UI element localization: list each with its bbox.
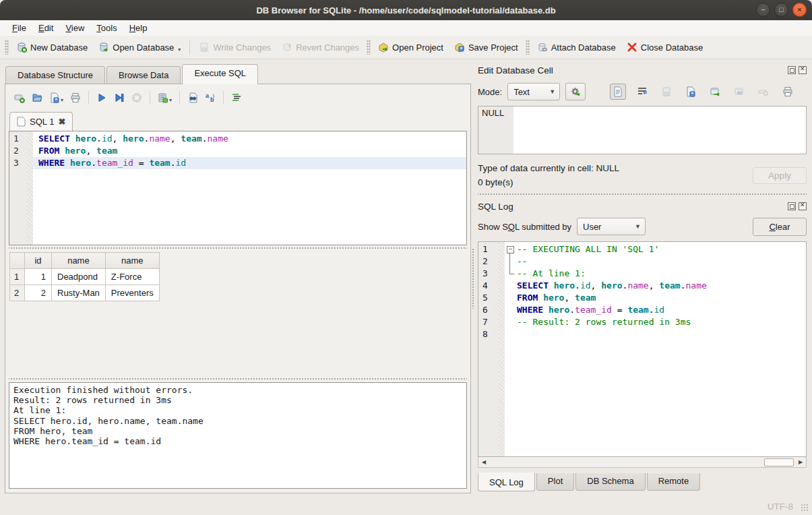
menu-view[interactable]: View <box>60 22 90 34</box>
toolbar-drag-handle[interactable] <box>526 40 530 55</box>
window-title: DB Browser for SQLite - /home/user/code/… <box>256 5 555 16</box>
chevron-down-icon: ▼ <box>635 223 641 230</box>
write-changes-button[interactable]: Write Changes <box>193 39 276 55</box>
cell-edit-area[interactable] <box>513 107 806 154</box>
table-row[interactable]: 1 1 Deadpond Z-Force <box>10 269 160 285</box>
tab-sql-log[interactable]: SQL Log <box>478 473 535 491</box>
set-null-icon <box>758 86 769 97</box>
scroll-right-icon[interactable]: ▶ <box>795 458 806 467</box>
close-database-button[interactable]: Close Database <box>621 39 709 55</box>
tab-browse-data[interactable]: Browse Data <box>106 66 181 84</box>
scrollbar-thumb[interactable] <box>764 458 794 466</box>
edit-cell-toolbar: Mode: Text ▼ <box>478 78 807 103</box>
text-mode-button[interactable] <box>610 84 626 100</box>
main-toolbar: New Database Open Database ▾ Write Chang… <box>0 36 812 59</box>
toolbar-drag-handle[interactable] <box>367 40 371 55</box>
copy-link-button[interactable] <box>731 84 747 100</box>
float-dock-icon[interactable] <box>788 202 796 210</box>
clear-log-button[interactable]: Clear <box>753 218 807 236</box>
tab-db-schema[interactable]: DB Schema <box>575 473 645 491</box>
tab-execute-sql[interactable]: Execute SQL <box>182 64 258 84</box>
apply-button[interactable]: Apply <box>753 167 807 184</box>
attach-database-button[interactable]: Attach Database <box>532 39 621 55</box>
resize-grip[interactable] <box>801 504 809 512</box>
menu-tools[interactable]: Tools <box>91 22 122 34</box>
dock-splitter[interactable] <box>478 189 807 199</box>
results-col-name2[interactable]: name <box>105 253 159 269</box>
export-data-button[interactable] <box>683 84 699 100</box>
maximize-button[interactable]: □ <box>774 3 788 17</box>
auto-apply-button[interactable] <box>565 83 586 100</box>
editor-code-area[interactable]: SELECT hero.id, hero.name, team.name FRO… <box>33 131 466 245</box>
word-wrap-button[interactable] <box>634 84 650 100</box>
menu-file[interactable]: File <box>7 22 32 34</box>
print-sql-icon[interactable] <box>70 92 81 103</box>
close-dock-icon[interactable] <box>799 202 807 210</box>
tab-remote[interactable]: Remote <box>647 473 701 491</box>
mode-select[interactable]: Text ▼ <box>507 83 560 100</box>
submitted-by-select[interactable]: User ▼ <box>577 218 646 235</box>
toolbar-separator <box>179 91 180 104</box>
stop-execution-icon[interactable] <box>131 92 142 103</box>
save-results-button[interactable]: ▾ <box>158 92 172 103</box>
results-corner-header <box>10 253 25 269</box>
execute-current-line-icon[interactable] <box>114 92 125 103</box>
sql-log-view[interactable]: 1 2 3 4 5 6 7 8 -- EXECUTING ALL IN 'SQL… <box>478 241 807 457</box>
open-database-button[interactable]: Open Database ▾ <box>93 39 186 55</box>
tab-database-structure[interactable]: Database Structure <box>5 66 105 84</box>
execute-sql-frame: ▾ <box>5 84 471 493</box>
menu-help[interactable]: Help <box>124 22 153 34</box>
sql-toolbar: ▾ <box>9 88 467 111</box>
editor-results-splitter[interactable] <box>9 245 467 251</box>
row-header[interactable]: 2 <box>10 285 25 301</box>
print-cell-button[interactable] <box>780 84 796 100</box>
new-database-label: New Database <box>30 42 88 53</box>
results-col-name[interactable]: name <box>52 253 106 269</box>
toolbar-drag-handle[interactable] <box>5 40 9 55</box>
toolbar-separator <box>189 40 190 55</box>
open-database-dropdown-icon[interactable]: ▾ <box>178 47 181 53</box>
save-sql-dropdown-icon[interactable]: ▾ <box>61 97 63 103</box>
open-sql-file-icon[interactable] <box>32 92 42 103</box>
execute-sql-icon[interactable] <box>96 92 107 103</box>
fold-guide <box>505 255 517 268</box>
revert-changes-button[interactable]: Revert Changes <box>276 39 365 55</box>
clear-label: Clear <box>769 222 790 232</box>
close-dock-icon[interactable] <box>799 66 807 74</box>
save-sql-file-button[interactable]: ▾ <box>49 92 63 103</box>
close-button[interactable]: × <box>792 3 807 17</box>
new-sql-tab-icon[interactable] <box>14 92 25 103</box>
results-log-splitter[interactable] <box>9 376 467 382</box>
close-sql-tab-icon[interactable]: ✖ <box>58 117 65 127</box>
float-dock-icon[interactable] <box>788 66 796 74</box>
find-replace-icon[interactable]: a b <box>205 92 216 103</box>
log-line-text: -- At line 1: <box>517 268 586 280</box>
cell-size-text: 0 byte(s) <box>478 175 619 189</box>
save-project-button[interactable]: Save Project <box>449 39 524 55</box>
revert-changes-icon <box>282 42 292 53</box>
editor-current-line: WHERE hero.team_id = team.id <box>33 157 466 169</box>
dock-tabbar: SQL Log Plot DB Schema Remote <box>478 473 807 497</box>
open-external-button[interactable] <box>707 84 723 100</box>
row-header[interactable]: 1 <box>10 269 25 285</box>
log-horizontal-scrollbar[interactable]: ◀ ▶ <box>478 457 807 468</box>
sql-1-tab[interactable]: SQL 1 ✖ <box>9 112 73 131</box>
format-sql-icon[interactable] <box>231 92 242 103</box>
menu-edit[interactable]: Edit <box>33 22 59 34</box>
set-null-button[interactable] <box>755 84 772 100</box>
scroll-left-icon[interactable]: ◀ <box>478 458 489 467</box>
cell-value-editor[interactable]: NULL <box>478 106 807 154</box>
open-project-button[interactable]: Open Project <box>373 39 449 55</box>
sql-editor[interactable]: 1 2 3 SELECT hero.id, hero.name, team.na… <box>9 131 467 245</box>
new-database-button[interactable]: New Database <box>11 39 93 55</box>
table-row[interactable]: 2 2 Rusty-Man Preventers <box>10 285 160 301</box>
results-col-id[interactable]: id <box>25 253 52 269</box>
titlebar[interactable]: DB Browser for SQLite - /home/user/code/… <box>0 0 812 20</box>
fold-collapse-icon[interactable] <box>505 243 517 255</box>
import-data-button[interactable] <box>658 84 675 100</box>
tab-plot[interactable]: Plot <box>536 473 574 491</box>
find-icon[interactable] <box>187 92 198 103</box>
minimize-button[interactable]: − <box>756 3 770 17</box>
close-database-label: Close Database <box>641 42 704 53</box>
save-results-dropdown-icon[interactable]: ▾ <box>169 97 172 103</box>
